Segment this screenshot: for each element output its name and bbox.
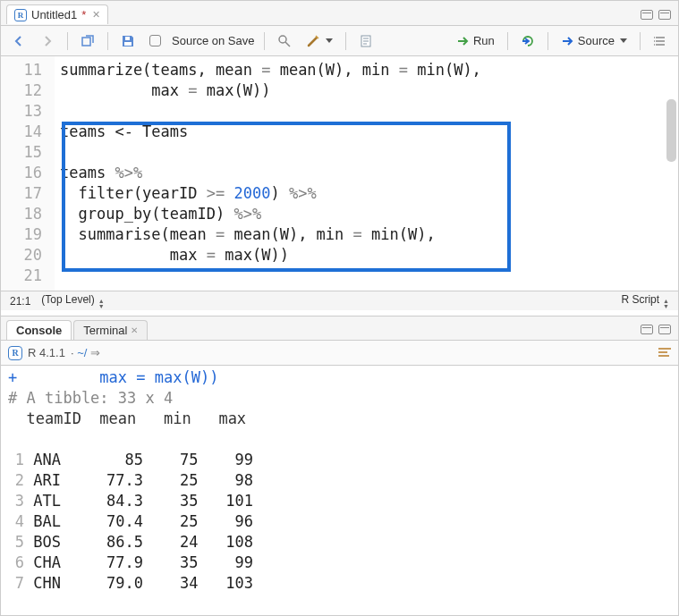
tab-terminal[interactable]: Terminal✕ bbox=[73, 320, 148, 340]
console-minimize-icon[interactable] bbox=[641, 325, 653, 334]
compile-report-button[interactable] bbox=[355, 32, 377, 50]
cursor-position: 21:1 bbox=[10, 295, 30, 308]
editor-tabbar: R Untitled1* ✕ bbox=[1, 1, 678, 26]
find-button[interactable] bbox=[274, 32, 295, 50]
line-gutter: 1112131415161718192021 bbox=[1, 56, 55, 291]
code-tools-button[interactable] bbox=[302, 32, 336, 50]
source-on-save-checkbox[interactable] bbox=[146, 33, 165, 48]
code-editor[interactable]: 1112131415161718192021 summarize(teams, … bbox=[1, 56, 678, 291]
close-icon[interactable]: ✕ bbox=[92, 9, 100, 21]
console-tabbar: Console Terminal✕ bbox=[1, 316, 678, 341]
back-button[interactable] bbox=[8, 32, 30, 50]
r-script-icon: R bbox=[14, 9, 27, 21]
outline-button[interactable] bbox=[649, 32, 671, 50]
svg-rect-2 bbox=[125, 37, 130, 40]
tab-title: Untitled1 bbox=[31, 8, 77, 21]
console-workdir[interactable]: · ~/ ⇒ bbox=[71, 346, 100, 359]
console-header: R R 4.1.1 · ~/ ⇒ bbox=[1, 341, 678, 366]
clear-console-button[interactable] bbox=[658, 348, 671, 359]
scope-selector[interactable]: (Top Level)▲▼ bbox=[41, 293, 104, 309]
rerun-button[interactable] bbox=[517, 32, 539, 50]
arrow-icon: ⇒ bbox=[90, 346, 100, 359]
svg-rect-0 bbox=[82, 38, 90, 46]
svg-point-3 bbox=[279, 36, 286, 43]
editor-scrollbar[interactable] bbox=[666, 99, 676, 162]
tab-console[interactable]: Console bbox=[6, 320, 72, 340]
save-button[interactable] bbox=[117, 32, 139, 50]
forward-button[interactable] bbox=[37, 32, 58, 50]
language-selector[interactable]: R Script▲▼ bbox=[621, 293, 669, 309]
console-maximize-icon[interactable] bbox=[658, 325, 671, 334]
source-button[interactable]: Source bbox=[557, 32, 631, 50]
code-area[interactable]: summarize(teams, mean = mean(W), min = m… bbox=[55, 56, 678, 291]
svg-rect-1 bbox=[124, 42, 132, 46]
editor-toolbar: Source on Save Run Source bbox=[1, 26, 678, 56]
r-logo-icon: R bbox=[8, 346, 22, 360]
maximize-pane-icon[interactable] bbox=[658, 10, 671, 20]
editor-tab-untitled1[interactable]: R Untitled1* ✕ bbox=[6, 4, 108, 24]
editor-statusbar: 21:1 (Top Level)▲▼ R Script▲▼ bbox=[1, 291, 678, 310]
run-button[interactable]: Run bbox=[453, 32, 498, 50]
minimize-pane-icon[interactable] bbox=[641, 10, 653, 20]
source-on-save-label: Source on Save bbox=[172, 34, 255, 47]
console-output[interactable]: + max = max(W)) # A tibble: 33 x 4 teamI… bbox=[1, 366, 678, 615]
show-in-new-window-button[interactable] bbox=[77, 32, 98, 50]
checkbox-icon bbox=[149, 35, 161, 46]
r-version-label: R 4.1.1 bbox=[28, 346, 65, 359]
dirty-indicator: * bbox=[81, 8, 86, 21]
